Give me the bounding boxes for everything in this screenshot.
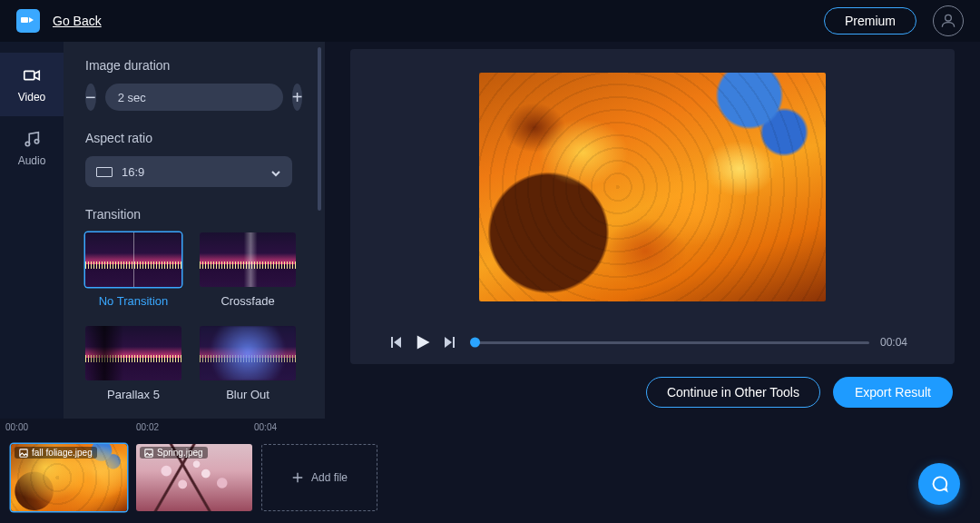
clip-filename-tag: Spring.jpeg <box>140 447 208 459</box>
chevron-down-icon <box>270 166 281 177</box>
user-icon <box>939 12 957 30</box>
timeline-clip[interactable]: fall foliage.jpeg <box>11 444 127 511</box>
preview-image <box>479 73 826 301</box>
left-rail: Video Audio <box>0 42 64 419</box>
seek-bar[interactable] <box>472 336 869 349</box>
add-file-button[interactable]: Add file <box>261 444 377 511</box>
transition-name: Crossfade <box>200 294 296 308</box>
timeline-ruler[interactable]: 00:00 00:02 00:04 <box>0 419 980 439</box>
image-icon <box>144 449 153 458</box>
duration-decrease-button[interactable]: − <box>85 84 96 111</box>
duration-input[interactable] <box>105 84 283 111</box>
clip-filename-tag: fall foliage.jpeg <box>15 447 97 459</box>
help-fab[interactable] <box>918 463 960 505</box>
panel-scrollbar[interactable] <box>318 47 321 211</box>
svg-rect-4 <box>20 449 27 456</box>
next-frame-button[interactable] <box>443 335 457 350</box>
aspect-ratio-value: 16:9 <box>122 165 270 179</box>
preview-pane: 00:04 Continue in Other Tools Export Res… <box>325 42 980 419</box>
play-button[interactable] <box>414 333 432 351</box>
aspect-ratio-select[interactable]: 16:9 <box>85 156 292 187</box>
svg-rect-1 <box>24 71 34 79</box>
rail-tab-video[interactable]: Video <box>0 53 64 116</box>
settings-panel: Image duration − + Aspect ratio 16:9 Tra… <box>64 42 325 419</box>
plus-icon <box>291 471 304 484</box>
top-bar: Go Back Premium <box>0 0 980 42</box>
svg-point-2 <box>25 142 29 145</box>
preview-frame: 00:04 <box>350 49 955 364</box>
image-icon <box>19 449 28 458</box>
ruler-tick: 00:00 <box>5 422 28 432</box>
export-result-button[interactable]: Export Result <box>833 377 953 408</box>
transition-name: No Transition <box>85 294 181 308</box>
image-duration-label: Image duration <box>85 58 325 73</box>
seek-handle[interactable] <box>470 338 480 348</box>
add-file-label: Add file <box>311 471 348 484</box>
video-icon <box>22 65 42 85</box>
music-icon <box>22 129 42 149</box>
transition-name: Parallax 5 <box>85 388 181 401</box>
timeline: 00:00 00:02 00:04 fall foliage.jpeg Spri… <box>0 419 980 523</box>
go-back-link[interactable]: Go Back <box>53 14 102 28</box>
transition-label: Transition <box>85 207 325 222</box>
svg-rect-5 <box>145 449 152 456</box>
transition-option-none[interactable]: No Transition <box>85 232 181 308</box>
total-time: 00:04 <box>880 336 916 349</box>
prev-frame-button[interactable] <box>388 335 403 350</box>
rail-label: Video <box>18 91 45 104</box>
ruler-tick: 00:04 <box>254 422 277 432</box>
transition-option-crossfade[interactable]: Crossfade <box>200 232 296 308</box>
aspect-rect-icon <box>96 167 113 177</box>
svg-point-3 <box>34 140 38 143</box>
premium-button[interactable]: Premium <box>824 7 916 35</box>
transition-name: Blur Out <box>200 388 296 401</box>
duration-increase-button[interactable]: + <box>292 84 303 111</box>
chat-icon <box>929 474 949 494</box>
account-avatar[interactable] <box>933 5 964 36</box>
ruler-tick: 00:02 <box>136 422 159 432</box>
svg-point-0 <box>946 15 952 21</box>
timeline-clip[interactable]: Spring.jpeg <box>136 444 252 511</box>
continue-other-tools-button[interactable]: Continue in Other Tools <box>646 377 820 408</box>
app-logo <box>16 9 40 33</box>
rail-label: Audio <box>18 154 46 167</box>
rail-tab-audio[interactable]: Audio <box>0 116 64 180</box>
aspect-ratio-label: Aspect ratio <box>85 131 325 145</box>
transition-option-blurout[interactable]: Blur Out <box>200 326 296 401</box>
transition-option-parallax5[interactable]: Parallax 5 <box>85 326 181 401</box>
